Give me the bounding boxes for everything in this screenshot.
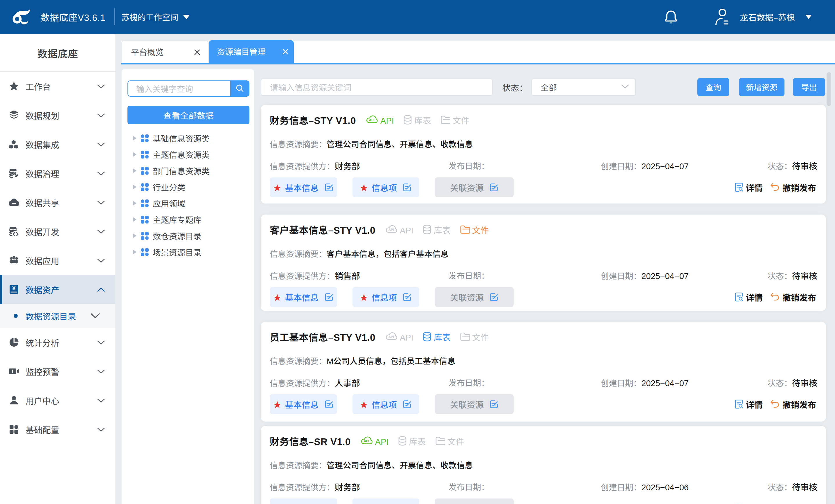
svg-text:API: API — [369, 118, 374, 122]
svg-text:API: API — [364, 439, 369, 443]
svg-text:API: API — [388, 335, 394, 339]
svg-text:API: API — [388, 228, 394, 231]
svg-text:¥: ¥ — [12, 285, 16, 291]
